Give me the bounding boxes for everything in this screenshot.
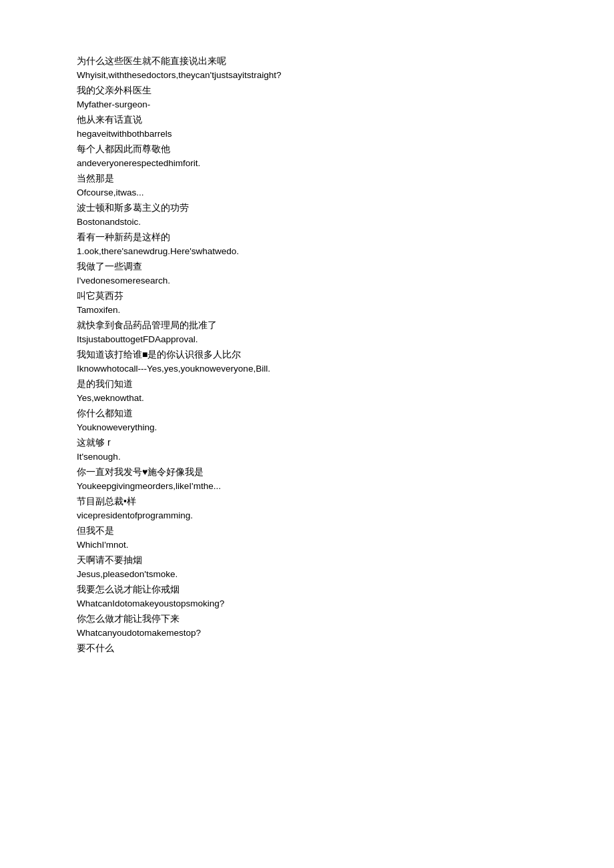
text-line-14: 我做了一些调查 — [77, 259, 537, 274]
text-line-9: Ofcourse,itwas... — [77, 185, 537, 200]
text-line-37: WhatcanIdotomakeyoustopsmoking? — [77, 596, 537, 611]
text-line-18: 就快拿到食品药品管理局的批准了 — [77, 318, 537, 332]
text-line-4: 他从来有话直说 — [77, 112, 537, 127]
text-line-22: 是的我们知道 — [77, 376, 537, 391]
text-line-17: Tamoxifen. — [77, 303, 537, 318]
text-line-29: Youkeepgivingmeorders,likeI'mthe... — [77, 479, 537, 494]
text-line-8: 当然那是 — [77, 171, 537, 185]
text-line-27: It'senough. — [77, 450, 537, 464]
text-line-19: ItsjustabouttogetFDAapproval. — [77, 332, 537, 347]
text-line-35: Jesus,pleasedon'tsmoke. — [77, 567, 537, 582]
text-line-1: Whyisit,withthesedoctors,theycan'tjustsa… — [77, 68, 537, 83]
text-line-32: 但我不是 — [77, 523, 537, 538]
text-line-30: 节目副总裁•样 — [77, 494, 537, 508]
text-line-6: 每个人都因此而尊敬他 — [77, 141, 537, 156]
text-line-33: WhichI'mnot. — [77, 538, 537, 552]
text-line-25: Youknoweverything. — [77, 420, 537, 435]
text-line-38: 你怎么做才能让我停下来 — [77, 611, 537, 626]
text-line-0: 为什么这些医生就不能直接说出来呢 — [77, 53, 537, 68]
text-line-13: 1.ook,there'sanewdrug.Here'swhatwedo. — [77, 244, 537, 259]
text-line-23: Yes,weknowthat. — [77, 391, 537, 406]
text-line-39: Whatcanyoudotomakemestop? — [77, 626, 537, 640]
text-line-16: 叫它莫西芬 — [77, 288, 537, 303]
text-line-12: 看有一种新药是这样的 — [77, 230, 537, 244]
text-line-31: vicepresidentofprogramming. — [77, 508, 537, 523]
text-line-20: 我知道该打给谁■是的你认识很多人比尔 — [77, 347, 537, 362]
text-line-28: 你一直对我发号♥施令好像我是 — [77, 464, 537, 479]
text-line-7: andeveryonerespectedhimforit. — [77, 156, 537, 171]
text-line-5: hegaveitwithbothbarrels — [77, 127, 537, 141]
text-line-3: Myfather-surgeon- — [77, 97, 537, 112]
text-line-26: 这就够 r — [77, 435, 537, 450]
main-content: 为什么这些医生就不能直接说出来呢Whyisit,withthesedoctors… — [77, 53, 537, 655]
text-line-24: 你什么都知道 — [77, 406, 537, 420]
text-line-2: 我的父亲外科医生 — [77, 83, 537, 97]
text-line-36: 我要怎么说才能让你戒烟 — [77, 582, 537, 596]
text-line-40: 要不什么 — [77, 640, 537, 655]
text-line-34: 天啊请不要抽烟 — [77, 552, 537, 567]
text-line-11: Bostonandstoic. — [77, 215, 537, 230]
text-line-15: I'vedonesomeresearch. — [77, 274, 537, 288]
text-line-10: 波士顿和斯多葛主义的功劳 — [77, 200, 537, 215]
text-line-21: Iknowwhotocall---Yes,yes,youknoweveryone… — [77, 362, 537, 376]
